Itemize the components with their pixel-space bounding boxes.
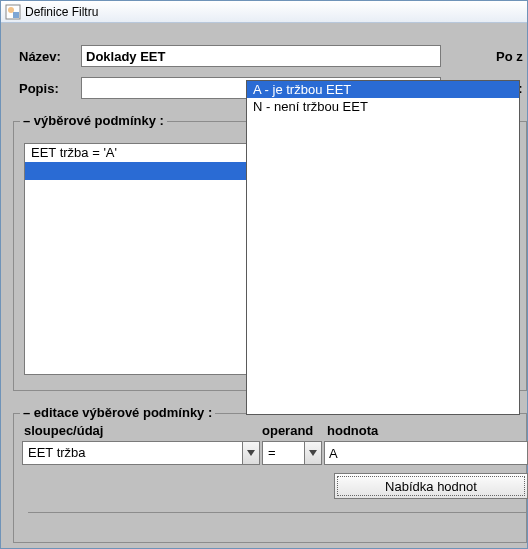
value-dropdown-list[interactable]: A - je tržbou EET N - není tržbou EET	[246, 80, 520, 415]
dropdown-item[interactable]: N - není tržbou EET	[247, 98, 519, 115]
separator	[28, 512, 526, 513]
offer-values-button[interactable]: Nabídka hodnot	[334, 473, 528, 499]
value-label: hodnota	[327, 423, 378, 438]
svg-rect-2	[13, 12, 19, 18]
operand-combo[interactable]: =	[262, 441, 322, 465]
operand-label: operand	[262, 423, 313, 438]
edit-condition-group: – editace výběrové podmínky : sloupec/úd…	[13, 413, 527, 543]
column-label: sloupec/údaj	[24, 423, 103, 438]
operand-combo-text[interactable]: =	[262, 441, 304, 465]
edit-legend: – editace výběrové podmínky :	[20, 405, 215, 420]
client-area: Název: Po z Popis: e: – výběrové podmínk…	[1, 23, 527, 548]
value-input[interactable]	[324, 441, 528, 465]
desc-label: Popis:	[19, 81, 81, 96]
conditions-legend: – výběrové podmínky :	[20, 113, 167, 128]
filter-definition-window: Definice Filtru Název: Po z Popis: e: – …	[0, 0, 528, 549]
dropdown-item[interactable]: A - je tržbou EET	[247, 81, 519, 98]
name-input[interactable]	[81, 45, 441, 67]
titlebar[interactable]: Definice Filtru	[1, 1, 527, 23]
window-title: Definice Filtru	[25, 5, 98, 19]
name-label: Název:	[19, 49, 81, 64]
right-label-fragment-1: Po z	[496, 49, 523, 64]
chevron-down-icon[interactable]	[242, 441, 260, 465]
app-icon	[5, 4, 21, 20]
column-combo[interactable]: EET tržba	[22, 441, 260, 465]
column-combo-text[interactable]: EET tržba	[22, 441, 242, 465]
chevron-down-icon[interactable]	[304, 441, 322, 465]
